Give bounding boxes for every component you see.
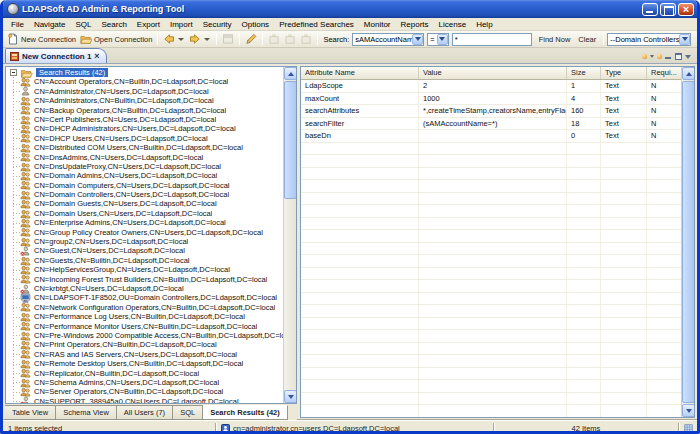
menu-item[interactable]: Monitor bbox=[359, 19, 396, 30]
tab-close-icon[interactable] bbox=[94, 52, 99, 61]
tree-item[interactable]: CN=Replicator,CN=Builtin,DC=Ldapsoft,DC=… bbox=[8, 369, 283, 378]
column-header-type[interactable]: Type bbox=[601, 67, 647, 79]
column-header-size[interactable]: Size bbox=[567, 67, 601, 79]
scroll-down-icon[interactable] bbox=[284, 390, 297, 403]
tree-item[interactable]: CN=Guest,CN=Users,DC=Ldapsoft,DC=local bbox=[8, 246, 283, 255]
chevron-down-icon[interactable] bbox=[412, 34, 423, 45]
tree-item[interactable]: CN=Performance Monitor Users,CN=Builtin,… bbox=[8, 322, 283, 331]
tree-item[interactable]: CN=Domain Guests,CN=Users,DC=Ldapsoft,DC… bbox=[8, 199, 283, 208]
tree-item[interactable]: CN=DHCP Administrators,CN=Users,DC=Ldaps… bbox=[8, 124, 283, 133]
tree-item[interactable]: CN=Guests,CN=Builtin,DC=Ldapsoft,DC=loca… bbox=[8, 256, 283, 265]
bottom-tab[interactable]: All Users (7) bbox=[117, 405, 173, 420]
tree-item[interactable]: CN=Performance Log Users,CN=Builtin,DC=L… bbox=[8, 312, 283, 321]
menu-item[interactable]: File bbox=[6, 19, 29, 30]
tree-root-row[interactable]: Search Results (42) bbox=[8, 68, 283, 77]
clear-button[interactable]: Clear bbox=[574, 34, 600, 45]
bottom-tab[interactable]: Search Results (42) bbox=[203, 405, 288, 420]
tree-item[interactable]: CN=Incoming Forest Trust Builders,CN=Bui… bbox=[8, 275, 283, 284]
chevron-down-icon[interactable] bbox=[650, 55, 654, 58]
scrollbar-thumb[interactable] bbox=[682, 81, 695, 403]
operator-select[interactable]: = bbox=[427, 33, 448, 46]
tree-item[interactable]: CN=RAS and IAS Servers,CN=Users,DC=Ldaps… bbox=[8, 350, 283, 359]
scrollbar-thumb[interactable] bbox=[284, 81, 297, 199]
menu-item[interactable]: Help bbox=[471, 19, 497, 30]
table-row[interactable]: maxCount 1000 4 Text N bbox=[301, 93, 681, 106]
bottom-tab[interactable]: SQL bbox=[173, 405, 203, 420]
column-header-value[interactable]: Value bbox=[419, 67, 567, 79]
tree-item[interactable]: CN=Account Operators,CN=Builtin,DC=Ldaps… bbox=[8, 77, 283, 86]
attributes-scrollbar[interactable] bbox=[681, 67, 694, 417]
menu-item[interactable]: License bbox=[434, 19, 472, 30]
tree-item[interactable]: CN=Administrator,CN=Users,DC=Ldapsoft,DC… bbox=[8, 87, 283, 96]
menu-item[interactable]: Predefined Searches bbox=[274, 19, 359, 30]
scope-select[interactable]: --Domain Controllers-- bbox=[607, 33, 691, 46]
export-button-3[interactable] bbox=[298, 32, 314, 47]
table-row[interactable]: searchAttributes *,createTimeStamp,creat… bbox=[301, 105, 681, 118]
tree-item[interactable]: CN=Remote Desktop Users,CN=Builtin,DC=Ld… bbox=[8, 359, 283, 368]
tree-item[interactable]: CN=Domain Users,CN=Users,DC=Ldapsoft,DC=… bbox=[8, 209, 283, 218]
menu-item[interactable]: Reports bbox=[396, 19, 434, 30]
connect-button[interactable]: Connect .... bbox=[694, 34, 700, 45]
menu-item[interactable]: SQL bbox=[70, 19, 96, 30]
open-connection-button[interactable]: Open Connection bbox=[78, 32, 154, 47]
table-row[interactable]: baseDn 0 Text N bbox=[301, 130, 681, 143]
maximize-view-icon[interactable] bbox=[675, 53, 682, 60]
menu-item[interactable]: Import bbox=[165, 19, 198, 30]
tree-item[interactable]: CN=Domain Computers,CN=Users,DC=Ldapsoft… bbox=[8, 181, 283, 190]
tree-item[interactable]: CN=Group Policy Creator Owners,CN=Users,… bbox=[8, 228, 283, 237]
tree-item[interactable]: CN=Schema Admins,CN=Users,DC=Ldapsoft,DC… bbox=[8, 378, 283, 387]
chevron-down-icon[interactable] bbox=[437, 34, 448, 45]
tree-item[interactable]: CN=HelpServicesGroup,CN=Users,DC=Ldapsof… bbox=[8, 265, 283, 274]
search-attribute-select[interactable]: sAMAccountName bbox=[352, 33, 424, 46]
column-header-attribute-name[interactable]: Attribute Name bbox=[301, 67, 419, 79]
tree-item[interactable]: CN=Backup Operators,CN=Builtin,DC=Ldapso… bbox=[8, 106, 283, 115]
tree-item[interactable]: CN=Domain Controllers,CN=Users,DC=Ldapso… bbox=[8, 190, 283, 199]
menu-item[interactable]: Export bbox=[132, 19, 165, 30]
minimize-button[interactable] bbox=[642, 3, 658, 16]
find-now-button[interactable]: Find Now bbox=[535, 34, 575, 45]
collapse-expander-icon[interactable] bbox=[10, 69, 17, 76]
tree-item[interactable]: CN=Print Operators,CN=Builtin,DC=Ldapsof… bbox=[8, 340, 283, 349]
back-button[interactable] bbox=[161, 32, 187, 47]
bottom-tab[interactable]: Table View bbox=[5, 405, 56, 420]
tree-scrollbar[interactable] bbox=[283, 67, 296, 403]
tree-item[interactable]: CN=Distributed COM Users,CN=Builtin,DC=L… bbox=[8, 143, 283, 152]
edit-entry-button[interactable] bbox=[243, 32, 259, 47]
close-button[interactable] bbox=[678, 3, 694, 16]
menu-item[interactable]: Search bbox=[96, 19, 131, 30]
column-header-required[interactable]: Requi... bbox=[647, 67, 681, 79]
search-value-input[interactable] bbox=[452, 33, 532, 46]
tree-item[interactable]: CN=krbtgt,CN=Users,DC=Ldapsoft,DC=local bbox=[8, 284, 283, 293]
tree-item[interactable]: CN=group2,CN=Users,DC=Ldapsoft,DC=local bbox=[8, 237, 283, 246]
tree-item[interactable]: CN=Network Configuration Operators,CN=Bu… bbox=[8, 303, 283, 312]
tree-item[interactable]: CN=DnsAdmins,CN=Users,DC=Ldapsoft,DC=loc… bbox=[8, 153, 283, 162]
tree-item[interactable]: CN=Domain Admins,CN=Users,DC=Ldapsoft,DC… bbox=[8, 171, 283, 180]
scroll-up-icon[interactable] bbox=[682, 67, 695, 80]
bottom-tab[interactable]: Schema View bbox=[56, 405, 117, 420]
view-menu-chevron-icon[interactable] bbox=[685, 55, 691, 59]
tree-item[interactable]: CN=Server Operators,CN=Builtin,DC=Ldapso… bbox=[8, 387, 283, 396]
scroll-up-icon[interactable] bbox=[284, 67, 297, 80]
maximize-button[interactable] bbox=[660, 3, 676, 16]
new-connection-button[interactable]: New Connection bbox=[5, 32, 78, 47]
minimize-view-icon[interactable] bbox=[665, 53, 672, 60]
menu-item[interactable]: Navigate bbox=[29, 19, 71, 30]
tree-item[interactable]: CN=LDAPSOFT-1F8502,OU=Domain Controllers… bbox=[8, 293, 283, 302]
view-forward-icon[interactable] bbox=[657, 54, 662, 59]
table-row[interactable]: LdapScope 2 1 Text N bbox=[301, 80, 681, 93]
export-button-1[interactable] bbox=[266, 32, 282, 47]
tree-item[interactable]: CN=Cert Publishers,CN=Users,DC=Ldapsoft,… bbox=[8, 115, 283, 124]
table-row[interactable]: searchFilter (sAMAccountName=*) 18 Text … bbox=[301, 118, 681, 131]
tree-item[interactable]: CN=Pre-Windows 2000 Compatible Access,CN… bbox=[8, 331, 283, 340]
browse-entries-button[interactable] bbox=[220, 32, 236, 47]
tree-item[interactable]: CN=DHCP Users,CN=Users,DC=Ldapsoft,DC=lo… bbox=[8, 134, 283, 143]
export-button-2[interactable] bbox=[282, 32, 298, 47]
chevron-down-icon[interactable] bbox=[679, 34, 690, 45]
tree-item[interactable]: CN=SUPPORT_388945a0,CN=Users,DC=Ldapsoft… bbox=[8, 397, 283, 403]
menu-item[interactable]: Options bbox=[237, 19, 275, 30]
view-back-icon[interactable] bbox=[642, 54, 647, 59]
tree-item[interactable]: CN=Administrators,CN=Builtin,DC=Ldapsoft… bbox=[8, 96, 283, 105]
scroll-down-icon[interactable] bbox=[682, 404, 695, 417]
menu-item[interactable]: Security bbox=[198, 19, 237, 30]
tree-item[interactable]: CN=DnsUpdateProxy,CN=Users,DC=Ldapsoft,D… bbox=[8, 162, 283, 171]
